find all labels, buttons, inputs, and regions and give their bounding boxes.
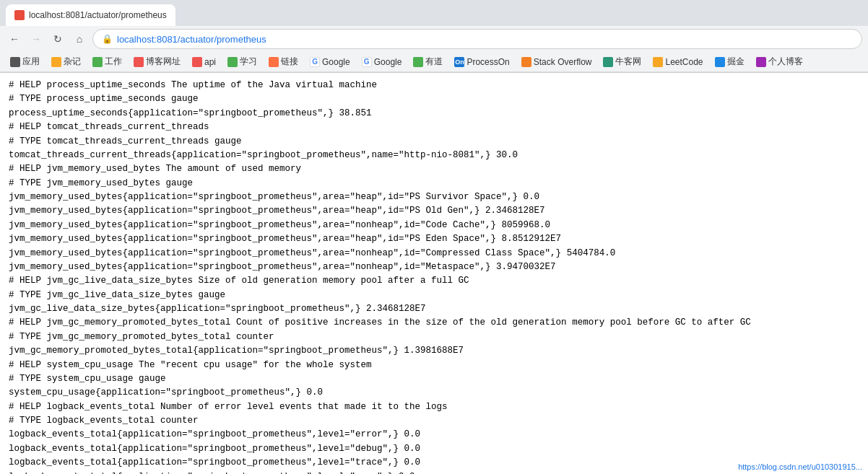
content-line: # HELP system_cpu_usage The "recent cpu …: [9, 359, 859, 372]
content-line: jvm_gc_live_data_size_bytes{application=…: [9, 302, 859, 316]
bookmark-item-apps[interactable]: 应用: [6, 54, 44, 69]
bookmark-label-api: api: [204, 57, 216, 67]
lock-icon: 🔒: [102, 34, 113, 44]
bookmark-label-learn: 学习: [240, 56, 257, 68]
home-button[interactable]: ⌂: [71, 30, 88, 48]
bookmark-label-youdao: 有道: [425, 56, 443, 68]
content-line: # HELP jvm_gc_memory_promoted_bytes_tota…: [9, 316, 859, 330]
tab-favicon: [14, 10, 25, 20]
content-line: # HELP process_uptime_seconds The uptime…: [9, 79, 859, 92]
bookmark-label-processOn: ProcessOn: [466, 57, 509, 67]
bookmark-icon-notes: [51, 57, 61, 67]
bookmark-item-processOn[interactable]: OnProcessOn: [450, 56, 513, 69]
back-button[interactable]: ←: [6, 30, 23, 48]
bookmark-icon-youdao: [413, 57, 423, 67]
content-line: # TYPE logback_events_total counter: [9, 414, 859, 428]
watermark: https://blog.csdn.net/u010301915...: [738, 462, 862, 471]
content-line: system_cpu_usage{application="springboot…: [9, 386, 859, 400]
bookmark-icon-niuke: [603, 57, 613, 67]
bookmark-label-notes: 杂记: [64, 56, 81, 68]
bookmark-label-so: Stack Overflow: [534, 57, 592, 67]
content-line: # TYPE process_uptime_seconds gauge: [9, 92, 859, 106]
bookmark-item-api[interactable]: api: [188, 56, 220, 69]
content-line: tomcat_threads_current_threads{applicati…: [9, 149, 859, 162]
bookmark-item-juejin[interactable]: 掘金: [711, 54, 749, 69]
active-tab[interactable]: localhost:8081/actuator/prometheus: [6, 4, 175, 26]
forward-button[interactable]: →: [27, 30, 45, 48]
bookmark-icon-so: [521, 57, 531, 67]
bookmark-icon-apps: [10, 57, 20, 67]
bookmark-label-google1: Google: [322, 57, 350, 67]
address-bar[interactable]: 🔒 localhost:8081/actuator/prometheus: [92, 29, 862, 49]
bookmark-icon-google2: G: [362, 57, 372, 67]
bookmark-icon-blog: [134, 57, 144, 67]
bookmark-icon-personal: [756, 57, 766, 67]
bookmark-item-google1[interactable]: GGoogle: [305, 56, 355, 69]
content-line: jvm_memory_used_bytes{application="sprin…: [9, 232, 859, 246]
bookmark-label-niuke: 牛客网: [615, 56, 641, 68]
bookmark-label-leet: LeetCode: [665, 57, 703, 67]
bookmark-item-links[interactable]: 链接: [264, 54, 303, 69]
content-line: logback_events_total{application="spring…: [9, 456, 859, 470]
tab-bar: localhost:8081/actuator/prometheus: [0, 0, 868, 26]
bookmark-item-personal[interactable]: 个人博客: [752, 54, 807, 69]
bookmark-label-links: 链接: [281, 56, 298, 68]
bookmark-icon-learn: [227, 57, 238, 67]
tab-title: localhost:8081/actuator/prometheus: [29, 10, 167, 20]
bookmark-item-leet[interactable]: LeetCode: [648, 56, 707, 69]
content-line: jvm_memory_used_bytes{application="sprin…: [9, 260, 859, 274]
content-line: # TYPE jvm_memory_used_bytes gauge: [9, 177, 859, 190]
content-line: jvm_memory_used_bytes{application="sprin…: [9, 190, 859, 204]
content-line: jvm_memory_used_bytes{application="sprin…: [9, 219, 859, 232]
bookmark-item-so[interactable]: Stack Overflow: [517, 56, 596, 69]
bookmark-icon-juejin: [715, 57, 725, 67]
bookmark-label-personal: 个人博客: [768, 56, 803, 68]
bookmark-item-google2[interactable]: GGoogle: [357, 56, 407, 69]
content-line: process_uptime_seconds{application="spri…: [9, 107, 859, 120]
content-line: # TYPE jvm_gc_memory_promoted_bytes_tota…: [9, 330, 859, 344]
content-line: # HELP jvm_memory_used_bytes The amount …: [9, 162, 859, 176]
reload-button[interactable]: ↻: [49, 30, 66, 48]
bookmark-label-blog: 博客网址: [146, 56, 181, 68]
content-line: # TYPE system_cpu_usage gauge: [9, 372, 859, 386]
url-text: localhost:8081/actuator/prometheus: [117, 34, 266, 45]
content-line: # TYPE tomcat_threads_current_threads ga…: [9, 135, 859, 149]
bookmark-item-learn[interactable]: 学习: [223, 54, 261, 69]
bookmark-item-work[interactable]: 工作: [88, 54, 126, 69]
bookmarks-bar: 应用杂记工作博客网址api学习链接GGoogleGGoogle有道OnProce…: [0, 52, 868, 72]
bookmark-label-juejin: 掘金: [727, 56, 745, 68]
content-line: logback_events_total{application="spring…: [9, 428, 859, 442]
content-line: logback_events_total{application="spring…: [9, 442, 859, 456]
bookmark-icon-work: [92, 57, 103, 67]
bookmark-item-niuke[interactable]: 牛客网: [599, 54, 646, 69]
bookmark-item-notes[interactable]: 杂记: [47, 54, 85, 69]
content-line: jvm_memory_used_bytes{application="sprin…: [9, 204, 859, 218]
bookmark-icon-processOn: On: [454, 57, 464, 67]
bookmark-icon-leet: [653, 57, 663, 67]
content-area: # HELP process_uptime_seconds The uptime…: [0, 73, 868, 474]
browser-chrome: localhost:8081/actuator/prometheus ← → ↻…: [0, 0, 868, 73]
bookmark-label-work: 工作: [105, 56, 122, 68]
bookmark-label-apps: 应用: [22, 56, 40, 68]
bookmark-item-youdao[interactable]: 有道: [409, 54, 447, 69]
bookmark-item-blog[interactable]: 博客网址: [129, 54, 185, 69]
content-line: # HELP logback_events_total Number of er…: [9, 400, 859, 414]
content-line: # HELP tomcat_threads_current_threads: [9, 120, 859, 134]
nav-bar: ← → ↻ ⌂ 🔒 localhost:8081/actuator/promet…: [0, 26, 868, 52]
content-line: jvm_gc_memory_promoted_bytes_total{appli…: [9, 344, 859, 358]
content-line: # HELP jvm_gc_live_data_size_bytes Size …: [9, 274, 859, 288]
content-line: # TYPE jvm_gc_live_data_size_bytes gauge: [9, 289, 859, 302]
bookmark-icon-api: [192, 57, 202, 67]
bookmark-icon-google1: G: [310, 57, 320, 67]
content-line: jvm_memory_used_bytes{application="sprin…: [9, 247, 859, 260]
content-line: logback_events_total{application="spring…: [9, 470, 859, 475]
bookmark-icon-links: [269, 57, 279, 67]
bookmark-label-google2: Google: [374, 57, 402, 67]
